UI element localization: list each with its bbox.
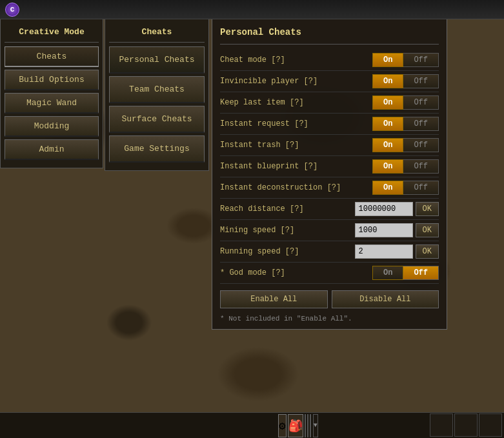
sidebar-item-modding[interactable]: Modding bbox=[5, 116, 99, 137]
btn-keep-last-on[interactable]: On bbox=[372, 95, 403, 110]
btn-instant-request-on[interactable]: On bbox=[372, 117, 403, 131]
sidebar-item-build-options[interactable]: Build Options bbox=[5, 70, 99, 90]
btn-instant-deconstruction-on[interactable]: On bbox=[372, 181, 403, 195]
bottom-toolbar: ⚙ 🎒 ▼ bbox=[0, 412, 504, 438]
mid-item-surface-cheats[interactable]: Surface Cheats bbox=[109, 106, 205, 133]
toggle-instant-request: On Off bbox=[372, 117, 439, 131]
label-instant-request: Instant request [?] bbox=[220, 119, 372, 128]
row-god-mode: * God mode [?] On Off bbox=[220, 263, 439, 284]
label-running-speed: Running speed [?] bbox=[220, 247, 355, 256]
right-slots bbox=[429, 412, 504, 438]
btn-instant-blueprint-on[interactable]: On bbox=[372, 159, 403, 174]
toolbar-slot-5[interactable] bbox=[310, 414, 311, 437]
mid-item-personal-cheats[interactable]: Personal Cheats bbox=[109, 46, 205, 74]
btn-running-speed-ok[interactable]: OK bbox=[416, 244, 439, 259]
label-cheat-mode: Cheat mode [?] bbox=[220, 55, 372, 65]
input-group-reach-distance: OK bbox=[355, 202, 439, 216]
btn-god-mode-on[interactable]: On bbox=[372, 266, 403, 280]
toolbar-slot-3[interactable] bbox=[305, 414, 306, 437]
row-reach-distance: Reach distance [?] OK bbox=[220, 199, 439, 220]
row-keep-last-item: Keep last item [?] On Off bbox=[220, 92, 439, 114]
row-instant-deconstruction: Instant deconstruction [?] On Off bbox=[220, 177, 439, 199]
toggle-instant-deconstruction: On Off bbox=[372, 181, 439, 195]
toggle-cheat-mode: On Off bbox=[372, 53, 439, 67]
toolbar-slot-1[interactable]: ⚙ bbox=[278, 414, 287, 437]
btn-instant-deconstruction-off[interactable]: Off bbox=[403, 181, 439, 195]
label-mining-speed: Mining speed [?] bbox=[220, 226, 355, 235]
input-group-mining-speed: OK bbox=[355, 223, 439, 237]
toggle-instant-blueprint: On Off bbox=[372, 159, 439, 174]
toolbar-item-icon-1: ⚙ bbox=[279, 419, 286, 433]
sidebar-mid: Cheats Personal Cheats Team Cheats Surfa… bbox=[105, 19, 209, 171]
mid-item-team-cheats[interactable]: Team Cheats bbox=[109, 76, 205, 103]
toolbar-slot-4[interactable] bbox=[307, 414, 308, 437]
label-reach-distance: Reach distance [?] bbox=[220, 204, 355, 214]
panel-title: Personal Cheats bbox=[220, 26, 439, 45]
label-invincible-player: Invincible player [?] bbox=[220, 77, 372, 86]
sidebar-left-title: Creative Mode bbox=[5, 25, 99, 43]
right-slot-3[interactable] bbox=[479, 413, 502, 437]
sidebar-item-admin[interactable]: Admin bbox=[5, 139, 99, 160]
btn-keep-last-off[interactable]: Off bbox=[403, 95, 439, 110]
btn-invincible-off[interactable]: Off bbox=[403, 74, 439, 88]
toggle-invincible-player: On Off bbox=[372, 74, 439, 88]
toggle-instant-trash: On Off bbox=[372, 138, 439, 152]
row-cheat-mode: Cheat mode [?] On Off bbox=[220, 50, 439, 71]
toggle-keep-last-item: On Off bbox=[372, 95, 439, 110]
label-instant-blueprint: Instant blueprint [?] bbox=[220, 162, 372, 171]
input-group-running-speed: OK bbox=[355, 244, 439, 259]
right-slot-1[interactable] bbox=[430, 413, 453, 437]
label-god-mode: * God mode [?] bbox=[220, 268, 372, 277]
btn-enable-all[interactable]: Enable All bbox=[220, 290, 328, 308]
sidebar-mid-title: Cheats bbox=[109, 25, 205, 43]
btn-instant-blueprint-off[interactable]: Off bbox=[403, 159, 439, 174]
btn-god-mode-off[interactable]: Off bbox=[403, 266, 439, 280]
footnote: * Not included in "Enable All". bbox=[220, 312, 439, 323]
btn-mining-speed-ok[interactable]: OK bbox=[416, 223, 439, 237]
label-keep-last-item: Keep last item [?] bbox=[220, 98, 372, 107]
row-instant-trash: Instant trash [?] On Off bbox=[220, 135, 439, 156]
row-mining-speed: Mining speed [?] OK bbox=[220, 220, 439, 241]
input-reach-distance[interactable] bbox=[355, 202, 413, 216]
mid-item-game-settings[interactable]: Game Settings bbox=[109, 135, 205, 163]
toolbar-slot-2[interactable]: 🎒 bbox=[288, 414, 303, 437]
toolbar-item-icon-2: 🎒 bbox=[288, 419, 303, 433]
btn-instant-trash-on[interactable]: On bbox=[372, 138, 403, 152]
label-instant-deconstruction: Instant deconstruction [?] bbox=[220, 183, 372, 192]
toolbar-scroll[interactable]: ▼ bbox=[313, 414, 318, 437]
btn-instant-trash-off[interactable]: Off bbox=[403, 138, 439, 152]
btn-cheat-mode-off[interactable]: Off bbox=[403, 53, 439, 67]
row-invincible-player: Invincible player [?] On Off bbox=[220, 71, 439, 92]
toggle-god-mode: On Off bbox=[372, 266, 439, 280]
label-instant-trash: Instant trash [?] bbox=[220, 141, 372, 150]
btn-disable-all[interactable]: Disable All bbox=[332, 290, 439, 308]
row-running-speed: Running speed [?] OK bbox=[220, 241, 439, 263]
input-running-speed[interactable] bbox=[355, 244, 413, 259]
panel-right: Personal Cheats Cheat mode [?] On Off In… bbox=[212, 19, 447, 330]
btn-reach-distance-ok[interactable]: OK bbox=[416, 202, 439, 216]
top-bar: C bbox=[0, 0, 504, 19]
input-mining-speed[interactable] bbox=[355, 223, 413, 237]
row-instant-blueprint: Instant blueprint [?] On Off bbox=[220, 156, 439, 177]
sidebar-item-cheats[interactable]: Cheats bbox=[5, 46, 99, 67]
btn-instant-request-off[interactable]: Off bbox=[403, 117, 439, 131]
row-instant-request: Instant request [?] On Off bbox=[220, 114, 439, 135]
btn-cheat-mode-on[interactable]: On bbox=[372, 53, 403, 67]
app-icon: C bbox=[5, 3, 19, 17]
sidebar-left: Creative Mode Cheats Build Options Magic… bbox=[0, 19, 103, 168]
bottom-row: Enable All Disable All bbox=[220, 290, 439, 308]
btn-invincible-on[interactable]: On bbox=[372, 74, 403, 88]
sidebar-item-magic-wand[interactable]: Magic Wand bbox=[5, 93, 99, 114]
right-slot-2[interactable] bbox=[454, 413, 478, 437]
